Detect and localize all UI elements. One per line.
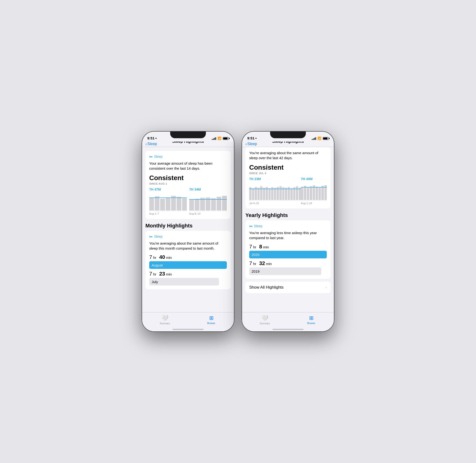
status-icons-left: 📶 — [212, 137, 229, 140]
chart-bars-g2-left — [189, 192, 227, 211]
nav-bar-left: ‹ Sleep Sleep Highlights — [142, 142, 234, 147]
back-button-left[interactable]: ‹ Sleep — [145, 142, 157, 147]
status-time-right: 9:51 ◂ — [247, 136, 256, 140]
tab-browse-label-right: Browse — [307, 322, 315, 325]
show-all-label: Show All Highlights — [249, 285, 284, 290]
bars-g1-right — [249, 182, 301, 201]
bar — [171, 196, 176, 211]
chart-group2-left: 7H 34M — [189, 187, 227, 215]
current-year-time-right: 7 hr 8 min — [249, 244, 327, 250]
tab-browse-left[interactable]: ⊞ Browse — [188, 312, 234, 327]
date-label-g2-left: Aug 8–14 — [189, 212, 227, 215]
tab-summary-label-right: Summary — [260, 322, 270, 325]
consistent-title-left: Consistent — [149, 174, 227, 182]
right-screen: 9:51 ◂ 📶 — [242, 131, 334, 332]
august-bar: August — [149, 261, 227, 269]
left-phone-content: 🛏 Sleep Your average amount of sleep has… — [142, 147, 234, 312]
back-label-left[interactable]: Sleep — [147, 142, 157, 146]
location-arrow-right: ◂ — [255, 137, 256, 139]
tab-summary-label-left: Summary — [160, 322, 170, 325]
bar — [216, 197, 221, 211]
signal-bar-3 — [214, 138, 215, 140]
weekly-description-left: Your average amount of sleep has been co… — [149, 161, 227, 171]
chart-bars-g1-left — [149, 192, 187, 211]
bar — [177, 197, 181, 211]
avg-g2-right: 7H 40M — [301, 177, 327, 181]
chart-container-left: 7H 47M — [149, 187, 227, 215]
avg-line-g1-left — [149, 197, 187, 198]
chart-g1-right: 7H 23M — [249, 177, 301, 205]
bed-icon-yearly-right: 🛏 — [249, 224, 252, 228]
avg-line-g1-right — [249, 189, 301, 189]
date-label-g1-left: Aug 1–7 — [149, 212, 187, 215]
date-g1-right: Jul 4–31 — [249, 202, 301, 205]
avg-line-g2-right — [301, 187, 327, 187]
back-label-right[interactable]: Sleep — [247, 142, 257, 146]
july-bar: July — [149, 278, 219, 285]
date-g2-right: Aug 1–14 — [301, 202, 327, 205]
bar — [195, 199, 199, 211]
browse-icon-right: ⊞ — [309, 315, 314, 321]
left-phone: 9:51 ◂ 📶 — [142, 131, 234, 332]
bar — [200, 198, 205, 211]
show-all-highlights-row[interactable]: Show All Highlights › — [245, 282, 331, 293]
chevron-left-icon-left: ‹ — [145, 142, 147, 147]
yearly-card-right: 🛏 Sleep You're averaging less time aslee… — [245, 220, 331, 279]
monthly-section-title-left: Monthly Highlights — [145, 223, 231, 229]
since-label-left: SINCE AUG 1 — [149, 182, 227, 185]
nav-bar-right: ‹ Sleep Sleep Highlights — [242, 142, 334, 147]
signal-bars-right — [312, 137, 316, 140]
yearly-title-right: Yearly Highlights — [245, 212, 331, 218]
chart-group1-left: 7H 47M — [149, 187, 187, 215]
wifi-icon-right: 📶 — [317, 137, 321, 140]
sleep-label-weekly-left: 🛏 Sleep — [149, 155, 227, 159]
status-time-left: 9:51 ◂ — [147, 136, 156, 140]
monthly-card-left: 🛏 Sleep You're averaging about the same … — [145, 231, 231, 289]
show-all-wrapper: Show All Highlights › — [245, 282, 331, 293]
chart-g2-right: 7H 40M — [301, 177, 327, 205]
location-arrow-left: ◂ — [155, 137, 156, 139]
2020-bar: 2020 — [249, 251, 327, 258]
signal-bar-4 — [216, 137, 216, 140]
bar — [155, 196, 160, 211]
yearly-description-right: You're averaging less time asleep this y… — [249, 230, 327, 240]
bar — [166, 198, 171, 211]
since-label-right: SINCE JUL 4 — [249, 172, 327, 175]
bar — [222, 196, 227, 211]
bar — [211, 198, 216, 211]
heart-icon-left: 🤍 — [161, 315, 169, 321]
avg-line-g2-left — [189, 199, 227, 200]
left-screen: 9:51 ◂ 📶 — [142, 131, 234, 332]
right-content-wrapper: You're averaging about the same amount o… — [242, 147, 334, 297]
tab-summary-left[interactable]: 🤍 Summary — [142, 312, 188, 327]
tab-summary-right[interactable]: 🤍 Summary — [242, 312, 288, 327]
bed-icon-weekly-left: 🛏 — [149, 155, 153, 159]
monthly-section-left: Monthly Highlights 🛏 Sleep You're averag… — [145, 223, 231, 289]
right-phone: 9:51 ◂ 📶 — [242, 131, 334, 332]
heart-icon-right: 🤍 — [261, 315, 269, 321]
bar — [160, 199, 165, 211]
back-button-right[interactable]: ‹ Sleep — [245, 142, 257, 147]
truncated-card-right: You're averaging about the same amount o… — [245, 147, 331, 208]
bar — [182, 198, 187, 211]
august-bar-wrapper: August — [149, 261, 227, 269]
status-icons-right: 📶 — [312, 137, 329, 140]
consistent-title-right: Consistent — [249, 164, 327, 171]
nav-row-left: ‹ Sleep Sleep Highlights — [145, 143, 231, 146]
avg-g1-right: 7H 23M — [249, 177, 301, 181]
nav-row-right: ‹ Sleep Sleep Highlights — [245, 143, 331, 146]
right-phone-content: You're averaging about the same amount o… — [242, 147, 334, 312]
battery-icon-right — [323, 137, 329, 140]
avg-label-g2-left: 7H 34M — [189, 187, 227, 191]
chevron-right-icon: › — [326, 285, 327, 290]
tab-browse-right[interactable]: ⊞ Browse — [288, 312, 334, 327]
bar — [189, 200, 194, 211]
2019-bar: 2019 — [249, 267, 321, 275]
prev-year-time-right: 7 hr 32 min — [249, 260, 327, 267]
prev-time-left: 7 hr 23 min — [149, 271, 227, 277]
signal-bars-left — [212, 137, 216, 140]
battery-fill-left — [223, 138, 227, 139]
bed-icon-monthly-left: 🛏 — [149, 235, 153, 238]
2019-bar-wrapper: 2019 — [249, 267, 327, 275]
notch-right — [270, 131, 306, 138]
